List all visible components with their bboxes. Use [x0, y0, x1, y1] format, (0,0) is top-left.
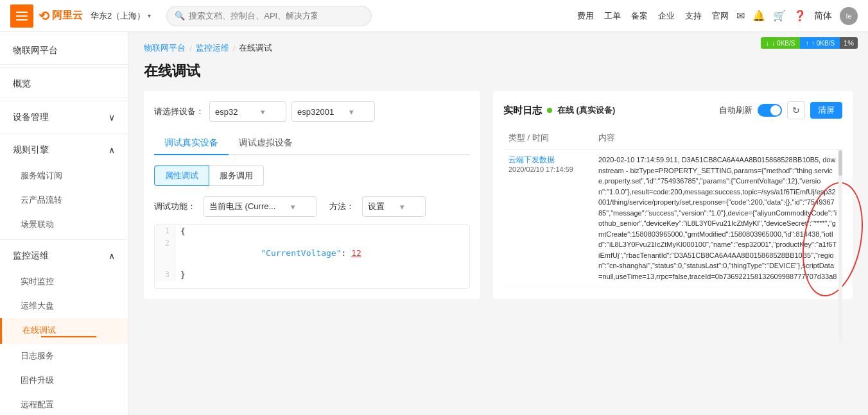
code-line-2[interactable]: 2 "CurrentVoltage": 12 [155, 237, 469, 269]
breadcrumb-sep2: / [233, 44, 236, 53]
function-row: 调试功能： 当前电压 (Curre... ▾ 方法： 设置 ▾ [154, 196, 470, 217]
device1-select[interactable]: esp32 ▾ [209, 101, 286, 122]
sub-tab-property[interactable]: 属性调试 [154, 165, 209, 186]
logo-text: 阿里云 [52, 9, 83, 22]
main-tabs: 调试真实设备 调试虚拟设备 [154, 132, 470, 155]
message-icon[interactable]: ✉ [736, 10, 745, 22]
sidebar-item-cloud-flow[interactable]: 云产品流转 [0, 188, 128, 212]
nav-icons: ✉ 🔔 🛒 ❓ 简体 Ie [736, 7, 858, 25]
user-avatar[interactable]: Ie [840, 7, 858, 25]
sidebar-item-scene[interactable]: 场景联动 [0, 212, 128, 237]
sidebar-section-monitor[interactable]: 监控运维 ∧ [0, 242, 128, 269]
line-content-3: } [175, 269, 191, 281]
right-panel: 实时日志 在线 (真实设备) 自动刷新 ↻ 清屏 [493, 91, 853, 299]
region-label: 华东2（上海） [91, 10, 145, 22]
search-icon: 🔍 [175, 11, 185, 21]
top-nav: ⟲ 阿里云 华东2（上海） ▾ 🔍 费用 工单 备案 企业 支持 官网 ✉ 🔔 … [0, 0, 868, 32]
method-chevron: ▾ [400, 202, 404, 212]
col-type-time: 类型 / 时间 [503, 127, 593, 149]
line-num-2: 2 [155, 237, 175, 269]
hamburger-button[interactable] [10, 4, 33, 28]
download-arrow: ↓ [766, 39, 770, 47]
upload-speed: ↑ ↑ 0KB/S [800, 37, 840, 49]
log-controls: 自动刷新 ↻ 清屏 [719, 101, 842, 119]
sidebar-section-device-mgmt-label: 设备管理 [13, 112, 49, 123]
clear-screen-button[interactable]: 清屏 [810, 102, 842, 119]
help-icon[interactable]: ❓ [794, 10, 806, 22]
tab-real-device[interactable]: 调试真实设备 [154, 132, 229, 155]
sidebar-item-server-sub[interactable]: 服务端订阅 [0, 164, 128, 188]
content-wrapper: 请选择设备： esp32 ▾ esp32001 ▾ 调试真实设备 调试虚拟设备 [144, 91, 853, 299]
device-selector: 请选择设备： esp32 ▾ esp32001 ▾ [154, 101, 470, 122]
region-chevron: ▾ [148, 12, 151, 19]
line-num-1: 1 [155, 225, 175, 237]
online-status-text: 在线 (真实设备) [557, 105, 615, 116]
line-content-1: { [175, 225, 191, 237]
sidebar-section-monitor-label: 监控运维 [13, 250, 49, 262]
refresh-icon: ↻ [792, 105, 800, 115]
network-percent: 1% [840, 37, 858, 49]
nav-link-icp[interactable]: 备案 [631, 10, 648, 22]
sidebar-rule-chevron: ∧ [108, 145, 115, 155]
log-table: 类型 / 时间 内容 云端下发数据 2020/02/10 17:14:59 [503, 127, 842, 287]
nav-links: 费用 工单 备案 企业 支持 官网 [577, 10, 729, 22]
nav-link-fee[interactable]: 费用 [577, 10, 594, 22]
method-value: 设置 [368, 201, 385, 212]
search-input[interactable] [189, 11, 317, 21]
refresh-button[interactable]: ↻ [787, 101, 805, 119]
breadcrumb: 物联网平台 / 监控运维 / 在线调试 [144, 42, 853, 54]
auto-refresh-toggle[interactable] [758, 104, 782, 117]
hamburger-icon [16, 12, 28, 21]
scrollbar-track [838, 150, 842, 343]
log-type-text: 云端下发数据 [508, 155, 588, 165]
nav-link-enterprise[interactable]: 企业 [658, 10, 675, 22]
sidebar-item-realtime-monitor[interactable]: 实时监控 [0, 269, 128, 294]
sidebar-item-log-service[interactable]: 日志服务 [0, 344, 128, 368]
auto-refresh-label: 自动刷新 [719, 105, 752, 116]
col-content: 内容 [593, 127, 842, 149]
log-table-head: 类型 / 时间 内容 [503, 127, 842, 149]
region-selector[interactable]: 华东2（上海） ▾ [91, 10, 153, 22]
sub-tabs: 属性调试 服务调用 [154, 165, 470, 186]
lang-toggle[interactable]: 简体 [814, 10, 832, 22]
function-select[interactable]: 当前电压 (Curre... ▾ [204, 196, 317, 217]
method-select[interactable]: 设置 ▾ [362, 196, 426, 217]
search-bar[interactable]: 🔍 [166, 6, 372, 26]
upload-arrow: ↑ [805, 39, 809, 47]
breadcrumb-sep1: / [189, 44, 192, 53]
code-line-1: 1 { [155, 225, 469, 237]
sidebar-item-firmware[interactable]: 固件升级 [0, 368, 128, 393]
line-content-2: "CurrentVoltage": 12 [175, 237, 367, 269]
scrollbar-thumb[interactable] [838, 150, 842, 176]
left-panel: 请选择设备： esp32 ▾ esp32001 ▾ 调试真实设备 调试虚拟设备 [144, 91, 480, 299]
breadcrumb-iot[interactable]: 物联网平台 [144, 42, 186, 54]
sidebar-item-remote-config[interactable]: 远程配置 [0, 393, 128, 415]
layout: 物联网平台 概览 设备管理 ∨ 规则引擎 ∧ 服务端订阅 云产品流转 场景联动 … [0, 32, 868, 415]
sidebar-item-online-debug[interactable]: 在线调试 [0, 318, 128, 344]
sidebar-item-overview[interactable]: 概览 [0, 71, 128, 98]
nav-link-support[interactable]: 支持 [685, 10, 702, 22]
logo[interactable]: ⟲ 阿里云 [39, 8, 83, 24]
breadcrumb-monitor[interactable]: 监控运维 [196, 42, 229, 54]
bell-icon[interactable]: 🔔 [752, 10, 765, 22]
log-type-time-cell: 云端下发数据 2020/02/10 17:14:59 [503, 149, 593, 287]
device2-value: esp32001 [297, 107, 334, 117]
sub-tab-service[interactable]: 服务调用 [209, 165, 264, 186]
sidebar-item-ops-dashboard[interactable]: 运维大盘 [0, 294, 128, 318]
sidebar-section-rule-engine[interactable]: 规则引擎 ∧ [0, 137, 128, 164]
network-badge: ↓ ↓ 0KB/S ↑ ↑ 0KB/S 1% [761, 37, 858, 49]
online-status-dot [547, 108, 552, 113]
code-editor: 1 { 2 "CurrentVoltage": 12 3 } [154, 224, 470, 289]
log-content-text: 2020-02-10 17:14:59.911, D3A51CB8CA6A4AA… [598, 155, 837, 282]
sidebar-rule-children: 服务端订阅 云产品流转 场景联动 [0, 164, 128, 237]
log-title-text: 实时日志 [503, 105, 542, 117]
device2-select[interactable]: esp32001 ▾ [291, 101, 375, 122]
tab-virtual-device[interactable]: 调试虚拟设备 [229, 132, 303, 155]
log-title: 实时日志 在线 (真实设备) [503, 105, 615, 117]
nav-link-portal[interactable]: 官网 [712, 10, 729, 22]
nav-link-ticket[interactable]: 工单 [604, 10, 621, 22]
sidebar-item-iot-platform[interactable]: 物联网平台 [0, 37, 128, 65]
sidebar-section-device-mgmt[interactable]: 设备管理 ∨ [0, 104, 128, 131]
log-header: 实时日志 在线 (真实设备) 自动刷新 ↻ 清屏 [503, 101, 842, 119]
cart-icon[interactable]: 🛒 [773, 10, 786, 22]
